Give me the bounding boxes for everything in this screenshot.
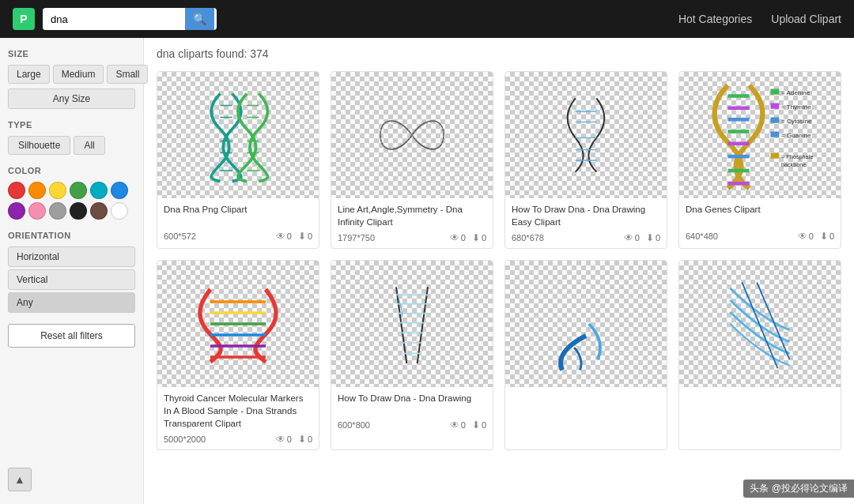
card-image-3 xyxy=(505,72,667,198)
color-swatch-brown[interactable] xyxy=(90,202,108,220)
card-meta-5: 5000*2000 👁0 ⬇0 xyxy=(164,434,312,445)
card-title-4: Dna Genes Clipart xyxy=(686,203,834,227)
card-dims-6: 600*800 xyxy=(338,420,444,430)
card-meta-1: 600*572 👁0 ⬇0 xyxy=(164,231,312,242)
svg-rect-23 xyxy=(771,89,780,95)
color-swatch-green[interactable] xyxy=(70,182,87,199)
card-views-5: 👁0 xyxy=(276,434,292,445)
svg-line-49 xyxy=(743,283,778,369)
search-button[interactable]: 🔍 xyxy=(185,8,214,30)
card-image-6 xyxy=(331,261,493,387)
nav-hot-categories[interactable]: Hot Categories xyxy=(678,13,752,25)
card-body-1: Dna Rna Png Clipart 600*572 👁0 ⬇0 xyxy=(157,198,319,246)
card-views-2: 👁0 xyxy=(450,232,466,243)
card-draw-dna2[interactable]: How To Draw Dna - Dna Drawing 600*800 👁0… xyxy=(331,260,493,450)
card-dims-3: 680*678 xyxy=(512,233,618,243)
color-swatch-gray[interactable] xyxy=(49,202,66,220)
card-views-4: 👁0 xyxy=(798,231,814,242)
svg-text:= Thymine: = Thymine xyxy=(781,103,811,111)
card-meta-3: 680*678 👁0 ⬇0 xyxy=(512,232,660,243)
card-blue-curve[interactable] xyxy=(504,260,667,450)
card-downloads-3: ⬇0 xyxy=(646,232,660,243)
color-swatch-red[interactable] xyxy=(8,182,25,199)
size-medium-button[interactable]: Medium xyxy=(53,65,104,84)
card-image-8 xyxy=(679,261,841,387)
card-body-4: Dna Genes Clipart 640*480 👁0 ⬇0 xyxy=(679,198,841,246)
type-silhouette-button[interactable]: Silhouette xyxy=(8,136,70,155)
logo-icon[interactable]: P xyxy=(13,8,35,30)
card-image-4: = Adenine = Thymine = Cytosine = Guanine… xyxy=(679,72,841,198)
svg-line-40 xyxy=(396,288,406,364)
color-swatch-cyan[interactable] xyxy=(90,182,108,199)
size-small-button[interactable]: Small xyxy=(107,65,148,84)
results-grid: Dna Rna Png Clipart 600*572 👁0 ⬇0 xyxy=(157,71,841,450)
download-icon-3: ⬇ xyxy=(646,232,654,243)
size-buttons: Large Medium Small xyxy=(8,65,135,84)
color-swatch-pink[interactable] xyxy=(28,202,46,220)
reset-filters-button[interactable]: Reset all filters xyxy=(8,324,135,348)
card-title-5: Thyroid Cancer Molecular Markers In A Bl… xyxy=(164,392,312,430)
color-swatch-purple[interactable] xyxy=(8,202,25,220)
svg-text:= Guanine: = Guanine xyxy=(781,132,811,139)
card-dims-1: 600*572 xyxy=(164,231,270,241)
card-downloads-5: ⬇0 xyxy=(298,434,312,445)
color-swatch-black[interactable] xyxy=(70,202,87,220)
orientation-vertical-button[interactable]: Vertical xyxy=(8,269,135,290)
download-icon-2: ⬇ xyxy=(472,232,480,243)
color-section-title: COLOR xyxy=(8,166,135,175)
sidebar: SIZE Large Medium Small Any Size TYPE Si… xyxy=(0,38,144,504)
svg-text:= Adenine: = Adenine xyxy=(781,89,811,96)
color-swatch-white[interactable] xyxy=(111,202,128,220)
any-size-button[interactable]: Any Size xyxy=(8,88,135,109)
card-body-8 xyxy=(679,387,841,424)
eye-icon-5: 👁 xyxy=(276,434,285,445)
orientation-any-button[interactable]: Any xyxy=(8,292,135,313)
scroll-top-button[interactable]: ▲ xyxy=(8,468,32,491)
download-icon-5: ⬇ xyxy=(298,434,306,445)
nav-upload-clipart[interactable]: Upload Clipart xyxy=(771,13,841,25)
color-swatches xyxy=(8,182,135,220)
card-views-6: 👁0 xyxy=(450,419,466,431)
card-title-1: Dna Rna Png Clipart xyxy=(164,203,312,227)
card-genes[interactable]: = Adenine = Thymine = Cytosine = Guanine… xyxy=(678,71,841,249)
card-image-2 xyxy=(331,72,493,198)
svg-text:= Phosphate: = Phosphate xyxy=(781,153,814,160)
card-image-1 xyxy=(157,72,319,198)
color-swatch-yellow[interactable] xyxy=(49,182,66,199)
card-image-5 xyxy=(157,261,319,387)
type-all-button[interactable]: All xyxy=(74,136,104,155)
download-icon-4: ⬇ xyxy=(820,231,828,242)
color-swatch-orange[interactable] xyxy=(28,182,46,199)
card-image-7 xyxy=(505,261,667,387)
color-swatch-blue[interactable] xyxy=(111,182,128,199)
size-section-title: SIZE xyxy=(8,49,135,58)
card-body-6: How To Draw Dna - Dna Drawing 600*800 👁0… xyxy=(331,387,493,435)
svg-rect-25 xyxy=(771,103,780,109)
orientation-buttons: Horizontal Vertical Any xyxy=(8,246,135,313)
card-body-2: Line Art,Angle,Symmetry - Dna Infinity C… xyxy=(331,198,493,248)
card-views-3: 👁0 xyxy=(624,232,640,243)
card-body-7 xyxy=(505,387,667,424)
card-rainbow-dna[interactable]: Thyroid Cancer Molecular Markers In A Bl… xyxy=(157,260,319,450)
svg-line-41 xyxy=(418,288,428,364)
card-dna-rna[interactable]: Dna Rna Png Clipart 600*572 👁0 ⬇0 xyxy=(157,71,319,249)
svg-rect-27 xyxy=(771,118,780,123)
main-layout: SIZE Large Medium Small Any Size TYPE Si… xyxy=(0,38,854,504)
card-infinity[interactable]: Line Art,Angle,Symmetry - Dna Infinity C… xyxy=(331,71,493,249)
size-large-button[interactable]: Large xyxy=(8,65,50,84)
download-icon-1: ⬇ xyxy=(298,231,306,242)
eye-icon-4: 👁 xyxy=(798,231,807,242)
eye-icon-3: 👁 xyxy=(624,232,633,243)
svg-text:backbone: backbone xyxy=(781,161,806,168)
card-downloads-4: ⬇0 xyxy=(820,231,834,242)
card-draw-dna[interactable]: How To Draw Dna - Dna Drawing Easy Clipa… xyxy=(504,71,667,249)
search-input[interactable] xyxy=(43,9,185,30)
card-dims-2: 1797*750 xyxy=(338,233,444,243)
card-body-3: How To Draw Dna - Dna Drawing Easy Clipa… xyxy=(505,198,667,248)
card-blue-lines[interactable] xyxy=(678,260,841,450)
eye-icon-6: 👁 xyxy=(450,419,459,431)
card-dims-5: 5000*2000 xyxy=(164,434,270,444)
header-left: P 🔍 xyxy=(13,8,217,30)
orientation-horizontal-button[interactable]: Horizontal xyxy=(8,246,135,267)
watermark: 头条 @投必得论文编译 xyxy=(743,480,854,498)
